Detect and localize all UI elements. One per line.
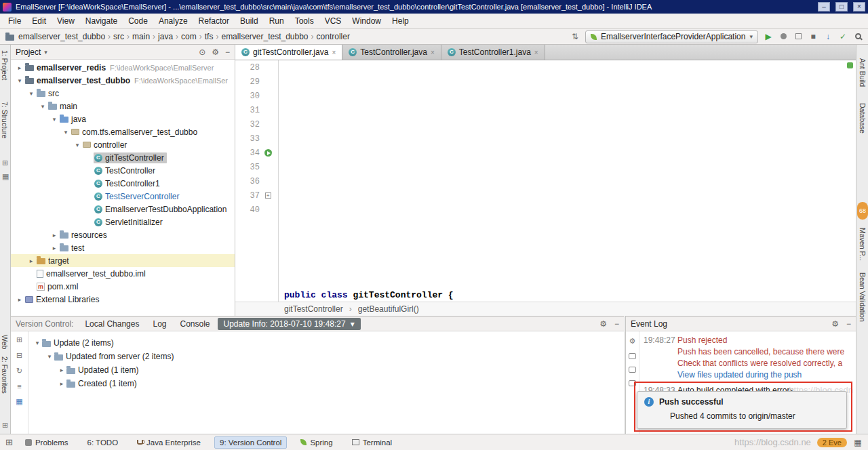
chevron-right-icon[interactable] <box>50 232 59 239</box>
project-panel-title[interactable]: Project <box>16 47 41 57</box>
inspections-ok-icon[interactable] <box>847 62 853 68</box>
vcs-commit-button[interactable] <box>838 31 848 42</box>
toolwindow-button-structure[interactable]: 7: Structure <box>1 102 9 138</box>
gear-icon[interactable] <box>629 337 636 346</box>
event-entry-link[interactable]: View files updated during the push <box>644 369 852 381</box>
tree-row-highlighted[interactable]: target <box>11 254 235 267</box>
tree-row[interactable]: main <box>11 100 235 112</box>
toolwindow-button-favorites[interactable]: 2: Favorites <box>1 356 9 394</box>
gear-icon[interactable] <box>831 319 839 329</box>
stop-button[interactable] <box>808 31 818 42</box>
layout-icon[interactable] <box>853 437 863 448</box>
chevron-down-icon[interactable] <box>26 90 36 97</box>
tab-log[interactable]: Log <box>146 318 172 330</box>
event-count-badge[interactable]: 2 Eve <box>817 438 847 447</box>
group-by-icon[interactable] <box>16 335 22 344</box>
gear-icon[interactable] <box>599 319 607 329</box>
fold-expand-icon[interactable] <box>265 192 271 199</box>
toolwindow-button-web[interactable]: Web <box>1 335 9 349</box>
chevron-right-icon[interactable] <box>57 367 66 373</box>
editor-tab-active[interactable]: gitTestController.java <box>235 45 342 60</box>
menu-refactor[interactable]: Refactor <box>193 14 235 28</box>
chevron-right-icon[interactable] <box>50 245 59 251</box>
locate-file-icon[interactable] <box>199 47 205 57</box>
message-bubble-icon[interactable] <box>629 367 636 373</box>
hide-panel-icon[interactable] <box>225 47 230 57</box>
toolwindow-button-bean-validation[interactable]: Bean Validation <box>859 272 867 322</box>
collapse-all-icon[interactable] <box>16 351 22 360</box>
breadcrumb-item[interactable]: com <box>180 32 198 41</box>
tab-local-changes[interactable]: Local Changes <box>79 318 145 330</box>
menu-vcs[interactable]: VCS <box>319 14 347 28</box>
tree-row[interactable]: ServletInitializer <box>11 216 235 228</box>
menu-analyze[interactable]: Analyze <box>153 14 193 28</box>
toolwindow-button-ant-build[interactable]: Ant Build <box>859 58 867 87</box>
run-button[interactable] <box>764 31 773 42</box>
sort-icon[interactable] <box>570 31 580 42</box>
statusbar-todo[interactable]: 6: TODO <box>81 436 123 449</box>
close-icon[interactable] <box>431 49 435 56</box>
editor-tab[interactable]: TestController1.java <box>441 45 545 60</box>
tree-row[interactable]: com.tfs.emallserver_test_dubbo <box>11 125 235 138</box>
menu-file[interactable]: File <box>3 14 26 28</box>
chevron-down-icon[interactable] <box>50 116 59 123</box>
tree-row[interactable]: TestController1 <box>11 177 235 190</box>
minimize-button[interactable] <box>818 2 830 12</box>
menu-navigate[interactable]: Navigate <box>80 14 123 28</box>
chevron-down-icon[interactable] <box>73 142 82 148</box>
breadcrumb-item[interactable]: java <box>157 32 174 41</box>
toolwindow-switcher-icon[interactable] <box>2 421 8 430</box>
breadcrumb-item[interactable]: src <box>112 32 125 41</box>
tree-row[interactable]: java <box>11 112 235 125</box>
hide-panel-icon[interactable] <box>614 319 619 329</box>
search-everywhere-button[interactable] <box>853 31 863 42</box>
gear-icon[interactable] <box>212 47 219 57</box>
tree-row[interactable]: TestServerController <box>11 190 235 203</box>
tree-row[interactable]: controller <box>11 138 235 151</box>
tree-row[interactable]: emallserver_test_dubbo.iml <box>11 267 235 280</box>
tree-row[interactable]: External Libraries <box>11 293 235 306</box>
menu-view[interactable]: View <box>52 14 80 28</box>
toolwindow-button-database[interactable]: Database <box>859 103 867 134</box>
chevron-right-icon[interactable] <box>15 64 24 71</box>
tree-row[interactable]: resources <box>11 228 235 241</box>
code-area[interactable]: public class gitTestController { @Reques… <box>279 60 856 302</box>
toolwindow-button-maven[interactable]: Maven P... <box>859 228 867 261</box>
tree-row[interactable]: emallserver_test_dubboF:\ideaWorkSpace\E… <box>11 74 235 87</box>
toolwindow-icon[interactable] <box>2 159 8 167</box>
run-class-gutter-icon[interactable] <box>264 149 272 157</box>
tree-row[interactable]: Updated from server (2 items) <box>31 350 174 363</box>
editor-gutter[interactable]: 28 29 30 31 32 33 34 35 36 37 40 <box>235 60 279 302</box>
menu-build[interactable]: Build <box>235 14 264 28</box>
breadcrumb-item[interactable]: emallserver_test_dubbo <box>220 32 309 41</box>
tree-row[interactable]: Update (2 items) <box>31 336 174 350</box>
menu-edit[interactable]: Edit <box>26 14 52 28</box>
tab-console[interactable]: Console <box>174 318 216 330</box>
menu-code[interactable]: Code <box>123 14 153 28</box>
menu-run[interactable]: Run <box>264 14 290 28</box>
tree-row[interactable]: Created (1 item) <box>31 377 174 390</box>
coverage-button[interactable] <box>793 31 803 42</box>
vcs-update-button[interactable] <box>823 31 833 42</box>
chevron-down-icon[interactable] <box>33 340 42 346</box>
close-icon[interactable] <box>332 49 336 56</box>
breadcrumb-item[interactable]: emallserver_test_dubbo <box>17 32 106 41</box>
close-icon[interactable] <box>534 49 538 56</box>
menu-help[interactable]: Help <box>387 14 414 28</box>
statusbar-spring[interactable]: Spring <box>295 436 338 449</box>
breadcrumb-class[interactable]: gitTestController <box>284 304 343 314</box>
toolwindow-button-project[interactable]: 1: Project <box>1 50 9 80</box>
message-bubble-icon[interactable] <box>629 353 636 359</box>
menu-window[interactable]: Window <box>347 14 387 28</box>
breadcrumb-item[interactable]: controller <box>315 32 351 41</box>
chevron-down-icon[interactable] <box>38 103 47 110</box>
run-configuration-select[interactable]: EmallserverInterfaceProviderApplication <box>585 30 758 43</box>
statusbar-version-control[interactable]: 9: Version Control <box>214 436 287 449</box>
statusbar-java-enterprise[interactable]: Java Enterprise <box>132 436 206 449</box>
editor-tab[interactable]: TestController.java <box>342 45 441 60</box>
menu-tools[interactable]: Tools <box>290 14 319 28</box>
tree-row[interactable]: Updated (1 item) <box>31 363 174 377</box>
toolwindow-icon[interactable] <box>2 172 9 181</box>
tree-row[interactable]: pom.xml <box>11 280 235 293</box>
tree-row-selected[interactable]: gitTestController <box>11 151 235 164</box>
